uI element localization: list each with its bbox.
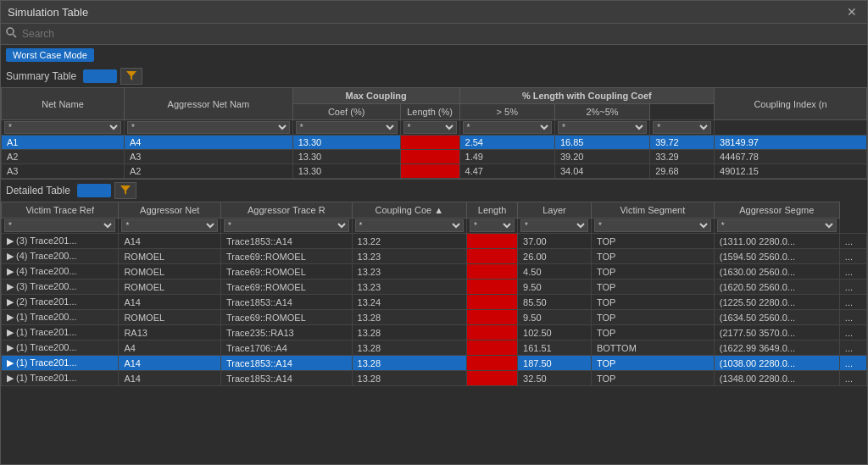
filter-length[interactable]: * (403, 121, 457, 134)
col-header-agg-seg: Aggressor Segme (714, 202, 839, 219)
detail-cell (467, 310, 518, 325)
detail-cell: ... (839, 295, 866, 310)
col-header-length: Length (%) (400, 104, 459, 120)
detail-cell: 85.50 (518, 295, 592, 310)
summary-cell: 29.68 (650, 164, 715, 179)
detail-cell: 13.23 (352, 280, 467, 295)
det-filter-length[interactable]: * (470, 219, 515, 232)
svg-marker-2 (126, 71, 136, 80)
detail-cell (467, 325, 518, 340)
detail-row[interactable]: ▶ (3) Trace201...A14Trace1853::A1413.223… (2, 234, 867, 249)
filter-coupling-index[interactable]: * (653, 121, 711, 134)
filter-net[interactable]: * (4, 121, 121, 134)
detail-filter-button[interactable] (114, 182, 136, 199)
detail-row[interactable]: ▶ (1) Trace201...A14Trace1853::A1413.283… (2, 371, 867, 386)
detail-filter-row: * * * * * * * * (2, 219, 867, 234)
filter-gt5[interactable]: * (463, 121, 552, 134)
detail-row[interactable]: ▶ (1) Trace200...A4Trace1706::A413.28161… (2, 340, 867, 356)
mode-bar: Worst Case Mode (1, 45, 867, 65)
summary-cell: A3 (2, 164, 125, 179)
detail-cell: ROMOEL (119, 310, 221, 325)
detail-cell: TOP (591, 295, 714, 310)
summary-cell: 44467.78 (715, 150, 867, 164)
summary-row[interactable]: A1A413.302.5416.8539.7238149.97 (2, 136, 867, 150)
detail-cell: (1634.50 2560.0... (714, 310, 839, 325)
detail-row[interactable]: ▶ (4) Trace200...ROMOELTrace69::ROMOEL13… (2, 249, 867, 264)
detail-cell: 13.28 (352, 356, 467, 371)
summary-row[interactable]: A2A313.301.4939.2033.2944467.78 (2, 150, 867, 164)
detail-cell: ROMOEL (119, 264, 221, 280)
detail-cell: 32.50 (518, 371, 592, 386)
svg-point-0 (7, 28, 14, 35)
detail-cell: TOP (591, 310, 714, 325)
detail-cell (467, 340, 518, 356)
summary-cell: 39.72 (650, 136, 715, 150)
filter-2to5[interactable]: * (558, 121, 647, 134)
col-header-layer: Layer (518, 202, 592, 219)
title-bar: Simulation Table ✕ (1, 1, 867, 24)
detail-cell: 187.50 (518, 356, 592, 371)
summary-cell: 34.04 (554, 164, 649, 179)
detail-cell: Trace235::RA13 (221, 325, 353, 340)
detail-cell: Trace1706::A4 (221, 340, 353, 356)
detail-cell: ... (839, 280, 866, 295)
detail-cell: TOP (591, 325, 714, 340)
det-filter-coupling[interactable]: * (355, 219, 465, 232)
detail-row[interactable]: ▶ (3) Trace200...ROMOELTrace69::ROMOEL13… (2, 280, 867, 295)
det-filter-aseg[interactable]: * (717, 219, 837, 232)
detail-table: Victim Trace Ref Aggressor Net Aggressor… (1, 202, 867, 386)
svg-line-1 (14, 35, 17, 38)
col-header-agg-net: Aggressor Net (119, 202, 221, 219)
summary-tab-bar: Summary Table (1, 65, 867, 87)
detail-row[interactable]: ▶ (1) Trace201...RA13Trace235::RA1313.28… (2, 325, 867, 340)
col-header-victim: Victim Trace Ref (2, 202, 119, 219)
col-header-agg-trace: Aggressor Trace R (221, 202, 353, 219)
detail-cell: TOP (591, 234, 714, 249)
summary-cell: A4 (125, 136, 293, 150)
close-button[interactable]: ✕ (843, 5, 860, 19)
summary-filter-button[interactable] (120, 68, 142, 85)
detail-table-wrap[interactable]: Victim Trace Ref Aggressor Net Aggressor… (1, 202, 867, 464)
detail-cell: ... (839, 340, 866, 356)
detail-cell (467, 356, 518, 371)
filter-icon (125, 69, 137, 81)
summary-cell: 33.29 (650, 150, 715, 164)
detail-cell: Trace1853::A14 (221, 371, 353, 386)
detail-cell: ... (839, 371, 866, 386)
summary-tab1-button[interactable] (83, 69, 117, 83)
detail-tab1-button[interactable] (77, 184, 111, 197)
detail-cell: ... (839, 310, 866, 325)
detail-cell: ... (839, 325, 866, 340)
detail-row[interactable]: ▶ (4) Trace200...ROMOELTrace69::ROMOEL13… (2, 264, 867, 280)
filter-coef[interactable]: * (296, 121, 398, 134)
worst-case-button[interactable]: Worst Case Mode (6, 48, 94, 62)
col-header-gt5: > 5% (459, 104, 554, 120)
summary-cell: 13.30 (292, 136, 400, 150)
detail-cell: 4.50 (518, 264, 592, 280)
det-filter-agg-net[interactable]: * (121, 219, 218, 232)
search-input[interactable] (22, 28, 192, 40)
detail-row[interactable]: ▶ (1) Trace200...ROMOELTrace69::ROMOEL13… (2, 310, 867, 325)
detail-row[interactable]: ▶ (1) Trace201...A14Trace1853::A1413.281… (2, 356, 867, 371)
det-filter-victim[interactable]: * (4, 219, 115, 232)
filter-agg[interactable]: * (127, 121, 290, 134)
summary-table-wrap[interactable]: Net Name Aggressor Net Nam Max Coupling … (1, 87, 867, 179)
col-header-aggressor: Aggressor Net Nam (125, 88, 293, 120)
detail-cell: TOP (591, 249, 714, 264)
detail-row[interactable]: ▶ (2) Trace201...A14Trace1853::A1413.248… (2, 295, 867, 310)
search-icon (6, 27, 17, 41)
detail-cell: ... (839, 264, 866, 280)
det-filter-agg-trace[interactable]: * (224, 219, 349, 232)
det-filter-layer[interactable]: * (520, 219, 588, 232)
col-header-max-coupling: Max Coupling (292, 88, 459, 104)
summary-row[interactable]: A3A213.304.4734.0429.6849012.15 (2, 164, 867, 179)
summary-cell: 13.30 (292, 164, 400, 179)
detail-cell: Trace1853::A14 (221, 356, 353, 371)
detail-cell: A14 (119, 295, 221, 310)
det-filter-vseg[interactable]: * (594, 219, 711, 232)
detail-cell: (1620.50 2560.0... (714, 280, 839, 295)
search-bar (1, 24, 867, 45)
summary-filter-row: * * * * * * * (2, 120, 867, 136)
detail-cell (467, 371, 518, 386)
svg-marker-3 (120, 185, 131, 195)
